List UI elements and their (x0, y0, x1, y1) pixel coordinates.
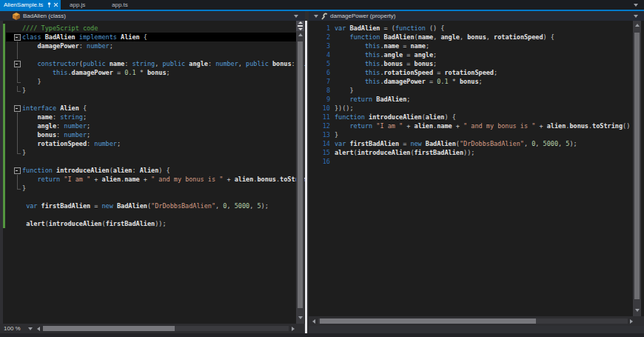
line-number: 1 (314, 24, 330, 33)
code-line[interactable] (335, 157, 644, 166)
code-line[interactable]: function introduceAlien(alien) { (335, 113, 644, 121)
code-line[interactable] (22, 95, 305, 104)
code-line[interactable]: this.angle = angle; (335, 50, 644, 59)
scrollbar-thumb[interactable] (298, 41, 303, 308)
chevron-down-icon[interactable] (294, 15, 298, 18)
scrollbar-thumb[interactable] (320, 318, 536, 324)
code-line[interactable] (22, 210, 305, 219)
code-line[interactable]: } (22, 184, 305, 193)
fold-guide (13, 68, 21, 77)
code-line[interactable]: } (335, 86, 644, 95)
fold-gutter (13, 24, 21, 228)
fold-collapse-icon[interactable] (13, 33, 21, 41)
pin-icon[interactable] (46, 1, 53, 8)
code-line[interactable]: var firstBadAlien = new BadAlien("DrDobb… (335, 139, 644, 148)
code-line[interactable]: this.damagePower = 0.1 * bonus; (335, 77, 644, 86)
right-vertical-scrollbar[interactable] (633, 21, 641, 316)
fold-guide (13, 130, 21, 139)
close-icon[interactable] (53, 2, 58, 7)
scroll-left-arrow-icon[interactable] (312, 319, 315, 324)
line-number: 8 (314, 86, 330, 95)
scrollbar-thumb[interactable] (634, 33, 640, 299)
member-label: damagePower (property) (330, 11, 395, 21)
code-line[interactable]: function BadAlien(name, angle, bonus, ro… (335, 33, 644, 41)
scroll-up-arrow-icon[interactable] (298, 33, 303, 36)
code-line[interactable]: } (22, 77, 305, 86)
code-line[interactable]: //// TypeScript code (22, 24, 305, 33)
code-line[interactable] (22, 50, 305, 59)
fold-guide (13, 113, 21, 121)
code-line[interactable]: alert(introduceAlien(firstBadAlien)); (335, 148, 644, 157)
line-number: 2 (314, 33, 330, 41)
line-number: 12 (314, 121, 330, 130)
scroll-down-arrow-icon[interactable] (298, 316, 303, 319)
line-number: 7 (314, 77, 330, 86)
change-tracking-bar (3, 24, 5, 228)
scroll-right-arrow-icon[interactable] (292, 327, 295, 331)
zoom-chevron-down-icon[interactable] (28, 327, 33, 330)
code-line[interactable] (22, 193, 305, 201)
code-line[interactable] (22, 157, 305, 166)
tab-app-js[interactable]: app.js (64, 0, 102, 10)
scrollbar-thumb[interactable] (43, 326, 175, 331)
split-handle[interactable] (296, 21, 304, 31)
code-line[interactable]: class BadAlien implements Alien { (22, 33, 305, 41)
pane-splitter[interactable] (305, 21, 307, 333)
code-line[interactable]: this.name = name; (335, 41, 644, 50)
tab-app-ts[interactable]: app.ts (105, 0, 145, 10)
code-line[interactable]: rotationSpeed: number; (22, 139, 305, 148)
typescript-editor-pane[interactable]: //// TypeScript codeclass BadAlien imple… (0, 21, 305, 324)
code-line[interactable]: damagePower: number; (22, 41, 305, 50)
window-bottom-edge (0, 333, 644, 337)
code-line[interactable]: constructor(public name: string, public … (22, 59, 305, 68)
fold-guide (13, 77, 21, 86)
code-line[interactable]: interface Alien { (22, 104, 305, 113)
scroll-down-arrow-icon[interactable] (635, 309, 640, 312)
code-line[interactable]: })(); (335, 104, 644, 113)
fold-guide (13, 41, 21, 50)
code-line[interactable]: var firstBadAlien = new BadAlien("DrDobb… (22, 201, 305, 210)
chevron-down-icon[interactable] (314, 15, 318, 18)
tab-aliensample-ts[interactable]: AlienSample.ts (0, 0, 61, 10)
fold-guide (13, 148, 21, 157)
tab-list-chevron-down-icon[interactable] (634, 4, 638, 7)
fold-guide (13, 184, 21, 193)
zoom-level-control[interactable]: 100 % (4, 324, 21, 333)
left-vertical-scrollbar[interactable] (296, 21, 304, 324)
code-line[interactable]: } (22, 148, 305, 157)
code-line[interactable]: bonus: number; (22, 130, 305, 139)
tab-label: app.js (70, 0, 85, 10)
right-navigation-bar[interactable]: damagePower (property) (309, 11, 644, 21)
code-line[interactable]: } (22, 86, 305, 95)
fold-collapse-icon[interactable] (13, 59, 21, 68)
right-horizontal-scrollbar[interactable] (309, 316, 644, 326)
code-line[interactable]: name: string; (22, 113, 305, 121)
code-line[interactable]: return "I am " + alien.name + " and my b… (335, 121, 644, 130)
scroll-left-arrow-icon[interactable] (37, 327, 40, 331)
code-line[interactable]: var BadAlien = (function () { (335, 24, 644, 33)
code-line[interactable]: return "I am " + alien.name + " and my b… (22, 175, 305, 184)
code-line[interactable]: return BadAlien; (335, 95, 644, 104)
fold-guide (13, 86, 21, 95)
fold-collapse-icon[interactable] (13, 166, 21, 175)
tab-label: AlienSample.ts (4, 0, 43, 10)
line-number: 9 (314, 95, 330, 104)
fold-collapse-icon[interactable] (13, 104, 21, 113)
javascript-preview-pane[interactable]: 12345678910111213141516 var BadAlien = (… (309, 21, 644, 316)
code-line[interactable]: function introduceAlien(alien: Alien) { (22, 166, 305, 175)
left-code-area[interactable]: //// TypeScript codeclass BadAlien imple… (22, 24, 305, 324)
scroll-right-arrow-icon[interactable] (630, 319, 633, 324)
line-number-gutter: 12345678910111213141516 (314, 24, 330, 168)
code-line[interactable]: this.bonus = bonus; (335, 59, 644, 68)
scroll-up-arrow-icon[interactable] (635, 24, 640, 27)
code-line[interactable]: angle: number; (22, 121, 305, 130)
line-number: 4 (314, 50, 330, 59)
code-line[interactable]: this.rotationSpeed = rotationSpeed; (335, 68, 644, 77)
left-navigation-bar[interactable]: BadAlien (class) (0, 11, 305, 21)
line-number: 13 (314, 130, 330, 139)
chevron-down-icon[interactable] (634, 15, 638, 18)
code-line[interactable]: alert(introduceAlien(firstBadAlien)); (22, 219, 305, 228)
code-line[interactable]: this.damagePower = 0.1 * bonus; (22, 68, 305, 77)
right-code-area[interactable]: var BadAlien = (function () { function B… (335, 24, 644, 316)
code-line[interactable]: } (335, 130, 644, 139)
